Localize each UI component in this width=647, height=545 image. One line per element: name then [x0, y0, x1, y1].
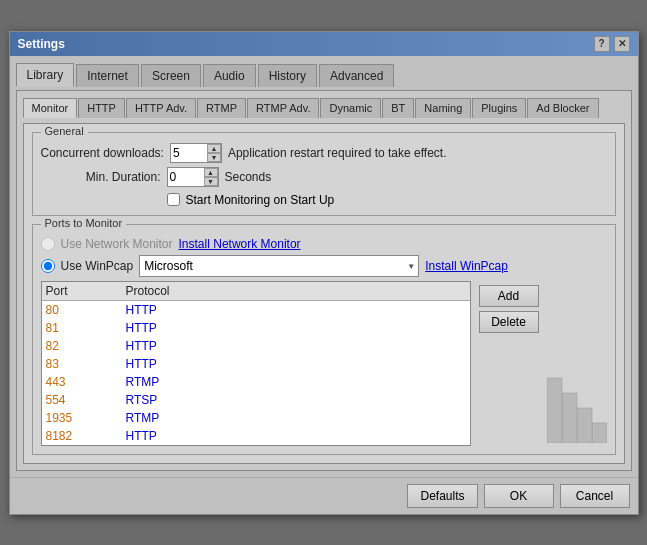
ports-table: Port Protocol 80 HTTP 81 HTTP: [41, 281, 471, 446]
sub-tab-rtmp-adv[interactable]: RTMP Adv.: [247, 98, 319, 118]
sub-tab-http[interactable]: HTTP: [78, 98, 125, 118]
title-bar-controls: ? ✕: [594, 36, 630, 52]
sub-tab-http-adv[interactable]: HTTP Adv.: [126, 98, 196, 118]
defaults-button[interactable]: Defaults: [407, 484, 477, 508]
table-row[interactable]: 8182 HTTP: [42, 427, 470, 445]
ports-group: Ports to Monitor Use Network Monitor Ins…: [32, 224, 616, 455]
top-tab-bar: Library Internet Screen Audio History Ad…: [16, 62, 632, 86]
winpcap-row: Use WinPcap Microsoft ▼ Install WinPcap: [41, 255, 607, 277]
concurrent-downloads-spinner-btns: ▲ ▼: [207, 144, 221, 162]
concurrent-downloads-spinner: ▲ ▼: [170, 143, 222, 163]
winpcap-dropdown[interactable]: Microsoft: [139, 255, 419, 277]
start-monitoring-row: Start Monitoring on Start Up: [167, 193, 607, 207]
close-button[interactable]: ✕: [614, 36, 630, 52]
tab-audio[interactable]: Audio: [203, 64, 256, 87]
table-row[interactable]: 1935 RTMP: [42, 409, 470, 427]
table-row[interactable]: 82 HTTP: [42, 337, 470, 355]
sub-tab-plugins[interactable]: Plugins: [472, 98, 526, 118]
concurrent-downloads-input[interactable]: [171, 145, 207, 161]
min-duration-down[interactable]: ▼: [204, 177, 218, 186]
dialog-title: Settings: [18, 37, 65, 51]
svg-rect-1: [577, 408, 592, 443]
install-network-monitor-link[interactable]: Install Network Monitor: [179, 237, 301, 251]
tab-history[interactable]: History: [258, 64, 317, 87]
concurrent-downloads-down[interactable]: ▼: [207, 153, 221, 162]
table-row[interactable]: 83 HTTP: [42, 355, 470, 373]
min-duration-spinner-btns: ▲ ▼: [204, 168, 218, 186]
ok-button[interactable]: OK: [484, 484, 554, 508]
sub-tab-ad-blocker[interactable]: Ad Blocker: [527, 98, 598, 118]
col-protocol-header: Protocol: [126, 284, 466, 298]
min-duration-up[interactable]: ▲: [204, 168, 218, 177]
min-duration-row: Min. Duration: ▲ ▼ Seconds: [41, 167, 607, 187]
start-monitoring-checkbox[interactable]: [167, 193, 180, 206]
col-port-header: Port: [46, 284, 126, 298]
sub-tab-monitor[interactable]: Monitor: [23, 98, 78, 118]
ports-action-area: Add Delete: [479, 281, 539, 446]
svg-rect-2: [562, 393, 577, 443]
concurrent-downloads-label: Concurrent downloads:: [41, 146, 164, 160]
table-row[interactable]: 554 RTSP: [42, 391, 470, 409]
table-header: Port Protocol: [42, 282, 470, 301]
min-duration-unit: Seconds: [225, 170, 272, 184]
sub-tab-dynamic[interactable]: Dynamic: [320, 98, 381, 118]
tab-content: Monitor HTTP HTTP Adv. RTMP RTMP Adv. Dy…: [16, 90, 632, 471]
help-button[interactable]: ?: [594, 36, 610, 52]
sub-tab-rtmp[interactable]: RTMP: [197, 98, 246, 118]
table-row[interactable]: 443 RTMP: [42, 373, 470, 391]
ports-table-area: Port Protocol 80 HTTP 81 HTTP: [41, 281, 607, 446]
stair-decoration: [547, 363, 607, 446]
tab-library[interactable]: Library: [16, 63, 75, 87]
min-duration-spinner: ▲ ▼: [167, 167, 219, 187]
general-label: General: [41, 125, 88, 137]
sub-tab-bt[interactable]: BT: [382, 98, 414, 118]
start-monitoring-label: Start Monitoring on Start Up: [186, 193, 335, 207]
sub-tab-bar: Monitor HTTP HTTP Adv. RTMP RTMP Adv. Dy…: [23, 97, 625, 117]
cancel-button[interactable]: Cancel: [560, 484, 630, 508]
settings-dialog: Settings ? ✕ Library Internet Screen Aud…: [9, 31, 639, 515]
monitor-content: General Concurrent downloads: ▲ ▼ Applic…: [23, 123, 625, 464]
tab-advanced[interactable]: Advanced: [319, 64, 394, 87]
concurrent-downloads-up[interactable]: ▲: [207, 144, 221, 153]
add-button[interactable]: Add: [479, 285, 539, 307]
network-monitor-radio[interactable]: [41, 237, 55, 251]
network-monitor-label: Use Network Monitor: [61, 237, 173, 251]
app-restart-note: Application restart required to take eff…: [228, 146, 447, 160]
table-body: 80 HTTP 81 HTTP 82 HTTP: [42, 301, 470, 445]
winpcap-radio[interactable]: [41, 259, 55, 273]
table-row[interactable]: 81 HTTP: [42, 319, 470, 337]
min-duration-label: Min. Duration:: [41, 170, 161, 184]
table-row[interactable]: 80 HTTP: [42, 301, 470, 319]
tab-internet[interactable]: Internet: [76, 64, 139, 87]
delete-button[interactable]: Delete: [479, 311, 539, 333]
bottom-bar: Defaults OK Cancel: [10, 477, 638, 514]
tab-screen[interactable]: Screen: [141, 64, 201, 87]
dialog-body: Library Internet Screen Audio History Ad…: [10, 56, 638, 477]
general-group: General Concurrent downloads: ▲ ▼ Applic…: [32, 132, 616, 216]
sub-tab-naming[interactable]: Naming: [415, 98, 471, 118]
install-winpcap-link[interactable]: Install WinPcap: [425, 259, 508, 273]
concurrent-downloads-row: Concurrent downloads: ▲ ▼ Application re…: [41, 143, 607, 163]
ports-label: Ports to Monitor: [41, 217, 127, 229]
svg-rect-3: [547, 378, 562, 443]
winpcap-label: Use WinPcap: [61, 259, 134, 273]
network-monitor-row: Use Network Monitor Install Network Moni…: [41, 237, 607, 251]
min-duration-input[interactable]: [168, 169, 204, 185]
title-bar: Settings ? ✕: [10, 32, 638, 56]
svg-rect-0: [592, 423, 607, 443]
winpcap-dropdown-wrapper: Microsoft ▼: [139, 255, 419, 277]
